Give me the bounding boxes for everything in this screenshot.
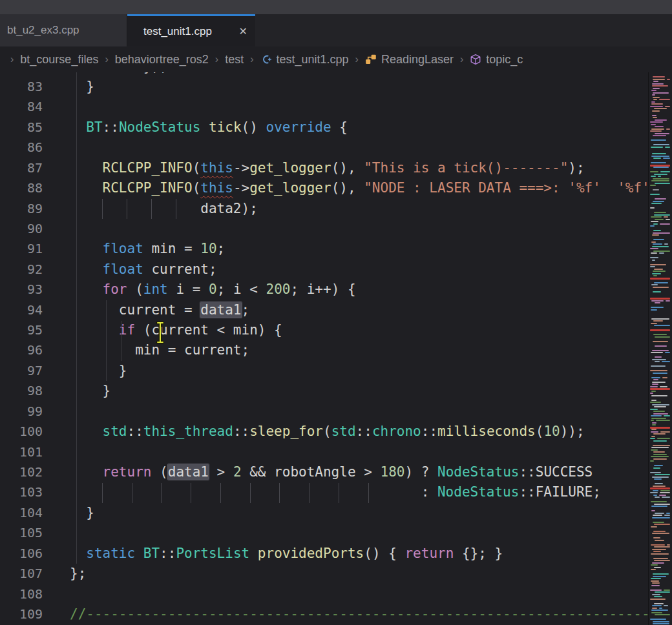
minimap-line	[653, 158, 661, 159]
line-number[interactable]: 107	[0, 564, 43, 584]
code-line-84[interactable]: 84	[0, 97, 649, 118]
code-line-88[interactable]: 88 RCLCPP_INFO(this->get_logger(), "NODE…	[0, 178, 649, 199]
minimap[interactable]	[648, 72, 672, 625]
code-line-91[interactable]: 91 float min = 10;	[0, 239, 649, 260]
line-number[interactable]: 97	[0, 361, 43, 381]
line-number[interactable]: 83	[0, 77, 43, 97]
minimap-line	[651, 180, 669, 181]
breadcrumb-item-test[interactable]: test	[225, 53, 244, 67]
code-line-93[interactable]: 93 for (int i = 0; i < 200; i++) {	[0, 280, 649, 300]
minimap-line	[651, 395, 667, 396]
minimap-line	[651, 431, 658, 433]
line-number[interactable]: 104	[0, 503, 43, 523]
minimap-line	[651, 510, 655, 511]
minimap-line	[652, 153, 666, 154]
minimap-line	[650, 207, 655, 209]
minimap-line	[653, 515, 662, 516]
minimap-line	[650, 185, 656, 186]
line-number[interactable]: 85	[0, 118, 43, 138]
line-number[interactable]: 99	[0, 402, 43, 422]
minimap-line	[654, 212, 666, 213]
line-number[interactable]: 102	[0, 462, 43, 482]
line-number[interactable]: 84	[0, 97, 43, 117]
code-line-106[interactable]: 106 static BT::PortsList providedPorts()…	[0, 544, 649, 564]
minimap-line	[655, 119, 667, 121]
code-line-89[interactable]: 89 data2);	[0, 199, 649, 220]
code-line-100[interactable]: 100 std::this_thread::sleep_for(std::chr…	[0, 422, 649, 442]
code-line-107[interactable]: 107};	[0, 564, 649, 584]
line-number[interactable]: 96	[0, 340, 43, 360]
code-line-97[interactable]: 97 }	[0, 361, 649, 382]
minimap-line	[650, 266, 655, 267]
line-number[interactable]: 109	[0, 604, 43, 624]
code-editor[interactable]: });83 }8485 BT::NodeStatus tick() overri…	[0, 72, 649, 625]
line-number[interactable]: 91	[0, 239, 43, 259]
line-number[interactable]: 103	[0, 482, 43, 502]
line-number[interactable]: 105	[0, 523, 43, 543]
line-number[interactable]: 87	[0, 158, 43, 178]
code-line-101[interactable]: 101	[0, 442, 649, 463]
minimap-line	[655, 474, 670, 475]
code-line-99[interactable]: 99	[0, 402, 649, 422]
breadcrumb-item-topic-c[interactable]: topic_c	[470, 53, 523, 67]
breadcrumb: ›bt_course_files›behaviortree_ros2›test›…	[0, 46, 672, 72]
code-line-109[interactable]: 109//-----------------------------------…	[0, 604, 649, 625]
minimap-line	[651, 252, 657, 254]
code-line-85[interactable]: 85 BT::NodeStatus tick() override {	[0, 118, 649, 138]
minimap-line	[653, 88, 660, 89]
code-line-102[interactable]: 102 return (data1 > 2 && robotAngle > 18…	[0, 462, 649, 483]
line-number[interactable]: 90	[0, 219, 43, 239]
code-text: data2);	[70, 199, 258, 219]
line-number[interactable]: 92	[0, 260, 43, 280]
breadcrumb-item-readinglaser[interactable]: ReadingLaser	[365, 53, 454, 67]
code-line-90[interactable]: 90	[0, 219, 649, 240]
minimap-line	[653, 522, 664, 523]
indent-guide	[220, 483, 221, 503]
minimap-line	[653, 291, 661, 292]
breadcrumb-item-test-unit1-cpp[interactable]: test_unit1.cpp	[260, 53, 349, 67]
line-number[interactable]: 93	[0, 280, 43, 300]
line-number[interactable]: 108	[0, 584, 43, 604]
minimap-line	[655, 614, 670, 615]
minimap-line	[653, 486, 666, 487]
code-line-83[interactable]: 83 }	[0, 77, 649, 97]
minimap-line	[654, 567, 661, 568]
minimap-line	[659, 99, 670, 100]
line-number[interactable]: 94	[0, 300, 43, 320]
code-line-96[interactable]: 96 min = current;	[0, 340, 649, 361]
code-line-95[interactable]: 95 if (current < min) {	[0, 320, 649, 341]
minimap-line	[652, 476, 669, 478]
line-number[interactable]: 88	[0, 178, 43, 198]
code-line-86[interactable]: 86	[0, 138, 649, 158]
line-number[interactable]: 98	[0, 381, 43, 401]
minimap-line	[662, 497, 670, 498]
code-line-94[interactable]: 94 current = data1;	[0, 300, 649, 321]
line-number[interactable]: 95	[0, 320, 43, 340]
code-line-87[interactable]: 87 RCLCPP_INFO(this->get_logger(), "This…	[0, 158, 649, 179]
tab-bt-u2-ex3-cpp[interactable]: bt_u2_ex3.cpp	[0, 14, 127, 46]
close-icon[interactable]: ✕	[239, 26, 247, 37]
code-line-92[interactable]: 92 float current;	[0, 260, 649, 280]
code-line-103[interactable]: 103 : NodeStatus::FAILURE;	[0, 482, 649, 503]
minimap-line	[653, 413, 668, 415]
breadcrumb-item-behaviortree-ros2[interactable]: behaviortree_ros2	[115, 53, 209, 67]
line-number[interactable]: 106	[0, 544, 43, 564]
minimap-line	[653, 79, 665, 80]
tab-test-unit1-cpp[interactable]: test_unit1.cpp ✕	[127, 14, 255, 46]
minimap-line	[651, 429, 656, 430]
code-line-98[interactable]: 98 }	[0, 381, 649, 402]
line-number[interactable]: 101	[0, 442, 43, 462]
line-number[interactable]: 86	[0, 138, 43, 158]
minimap-line	[653, 117, 657, 118]
minimap-line	[664, 515, 670, 516]
line-number[interactable]: 100	[0, 422, 43, 442]
code-line-105[interactable]: 105	[0, 523, 649, 544]
minimap-line	[653, 251, 670, 252]
breadcrumb-item-bt-course-files[interactable]: bt_course_files	[20, 53, 98, 67]
minimap-line	[655, 483, 663, 484]
code-line-108[interactable]: 108	[0, 584, 649, 605]
line-number[interactable]: 89	[0, 199, 43, 219]
minimap-line	[652, 350, 669, 351]
minimap-line	[652, 605, 662, 606]
code-line-104[interactable]: 104 }	[0, 503, 649, 524]
